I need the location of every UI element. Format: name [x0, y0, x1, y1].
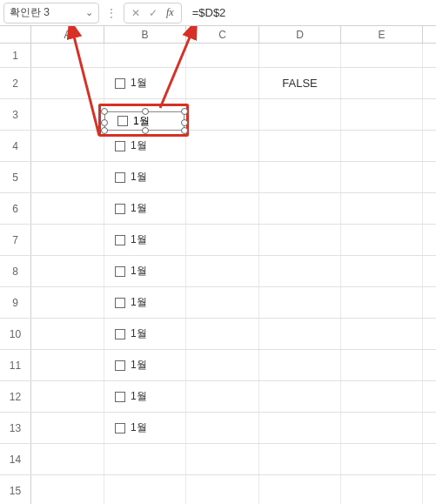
cell-C7[interactable] [186, 225, 259, 255]
cell-E7[interactable] [341, 225, 423, 255]
cell-E11[interactable] [341, 350, 423, 380]
row-header[interactable]: 12 [0, 381, 31, 412]
cell-A4[interactable] [31, 131, 104, 161]
cell-C10[interactable] [186, 319, 259, 349]
cell-B3[interactable] [104, 99, 186, 130]
row-header[interactable]: 5 [0, 162, 31, 192]
cell-C2[interactable] [186, 68, 259, 98]
row-header[interactable]: 6 [0, 193, 31, 224]
cell-C4[interactable] [186, 131, 259, 161]
cell-A3[interactable] [31, 99, 104, 130]
cell-A9[interactable] [31, 287, 104, 318]
row-header[interactable]: 3 [0, 99, 31, 130]
checkbox-control[interactable]: 1월 [108, 138, 147, 153]
row-header[interactable]: 4 [0, 131, 31, 161]
cell-E4[interactable] [341, 131, 423, 161]
checkbox-control[interactable]: 1월 [108, 389, 147, 404]
cell-B13[interactable]: 1월 [104, 413, 186, 443]
checkbox-icon[interactable] [115, 235, 125, 245]
cell-D4[interactable] [259, 131, 341, 161]
cell-E15[interactable] [341, 475, 423, 504]
cell-E8[interactable] [341, 256, 423, 286]
cell-E5[interactable] [341, 162, 423, 192]
cell-D7[interactable] [259, 225, 341, 255]
checkbox-control[interactable]: 1월 [108, 232, 147, 247]
col-header-a[interactable]: A [31, 26, 104, 43]
cell-E12[interactable] [341, 381, 423, 412]
checkbox-icon[interactable] [115, 141, 125, 151]
cell-B15[interactable] [104, 475, 186, 504]
cell-E1[interactable] [341, 44, 423, 67]
cell-D15[interactable] [259, 475, 341, 504]
checkbox-icon[interactable] [115, 423, 125, 433]
cell-A2[interactable] [31, 68, 104, 98]
row-header[interactable]: 11 [0, 350, 31, 380]
checkbox-icon[interactable] [115, 329, 125, 339]
cell-E2[interactable] [341, 68, 423, 98]
cell-E14[interactable] [341, 444, 423, 474]
cell-B5[interactable]: 1월 [104, 162, 186, 192]
cell-D5[interactable] [259, 162, 341, 192]
checkbox-control[interactable]: 1월 [108, 326, 147, 341]
cell-C5[interactable] [186, 162, 259, 192]
cell-C13[interactable] [186, 413, 259, 443]
cell-C11[interactable] [186, 350, 259, 380]
row-header[interactable]: 2 [0, 68, 31, 98]
row-header[interactable]: 14 [0, 444, 31, 474]
cell-D11[interactable] [259, 350, 341, 380]
cell-C9[interactable] [186, 287, 259, 318]
cell-C6[interactable] [186, 193, 259, 224]
cell-D6[interactable] [259, 193, 341, 224]
cell-E6[interactable] [341, 193, 423, 224]
select-all-corner[interactable] [0, 26, 31, 43]
cell-E3[interactable] [341, 99, 423, 130]
checkbox-icon[interactable] [115, 266, 125, 277]
cell-B11[interactable]: 1월 [104, 350, 186, 380]
row-header[interactable]: 10 [0, 319, 31, 349]
cancel-icon[interactable]: ✕ [131, 7, 140, 19]
name-box[interactable]: 확인란 3 ⌄ [3, 3, 99, 24]
cell-D2[interactable]: FALSE [259, 68, 341, 98]
checkbox-icon[interactable] [115, 298, 125, 308]
cell-B10[interactable]: 1월 [104, 319, 186, 349]
cell-A10[interactable] [31, 319, 104, 349]
row-header[interactable]: 1 [0, 44, 31, 67]
cell-E9[interactable] [341, 287, 423, 318]
cell-B9[interactable]: 1월 [104, 287, 186, 318]
cell-A6[interactable] [31, 193, 104, 224]
cell-E10[interactable] [341, 319, 423, 349]
cell-A13[interactable] [31, 413, 104, 443]
checkbox-icon[interactable] [115, 204, 125, 214]
formula-input[interactable]: =$D$2 [187, 6, 433, 19]
checkbox-control[interactable]: 1월 [108, 295, 147, 310]
cell-C8[interactable] [186, 256, 259, 286]
cell-A14[interactable] [31, 444, 104, 474]
cell-D9[interactable] [259, 287, 341, 318]
confirm-icon[interactable]: ✓ [149, 7, 158, 19]
cell-E13[interactable] [341, 413, 423, 443]
cell-A5[interactable] [31, 162, 104, 192]
cell-D13[interactable] [259, 413, 341, 443]
col-header-d[interactable]: D [259, 26, 341, 43]
cell-D10[interactable] [259, 319, 341, 349]
checkbox-icon[interactable] [115, 78, 125, 89]
col-header-b[interactable]: B [104, 26, 186, 43]
cell-A11[interactable] [31, 350, 104, 380]
row-header[interactable]: 9 [0, 287, 31, 318]
checkbox-icon[interactable] [115, 392, 125, 402]
cell-B6[interactable]: 1월 [104, 193, 186, 224]
cell-A12[interactable] [31, 381, 104, 412]
chevron-down-icon[interactable]: ⌄ [85, 7, 93, 18]
cell-B14[interactable] [104, 444, 186, 474]
cell-B12[interactable]: 1월 [104, 381, 186, 412]
cell-B1[interactable] [104, 44, 186, 67]
cell-A1[interactable] [31, 44, 104, 67]
col-header-c[interactable]: C [186, 26, 259, 43]
checkbox-control[interactable]: 1월 [108, 420, 147, 435]
checkbox-control[interactable]: 1월 [108, 264, 147, 279]
cell-B2[interactable]: 1월 [104, 68, 186, 98]
cell-C1[interactable] [186, 44, 259, 67]
row-header[interactable]: 7 [0, 225, 31, 255]
checkbox-icon[interactable] [115, 172, 125, 183]
checkbox-control[interactable]: 1월 [108, 170, 147, 185]
